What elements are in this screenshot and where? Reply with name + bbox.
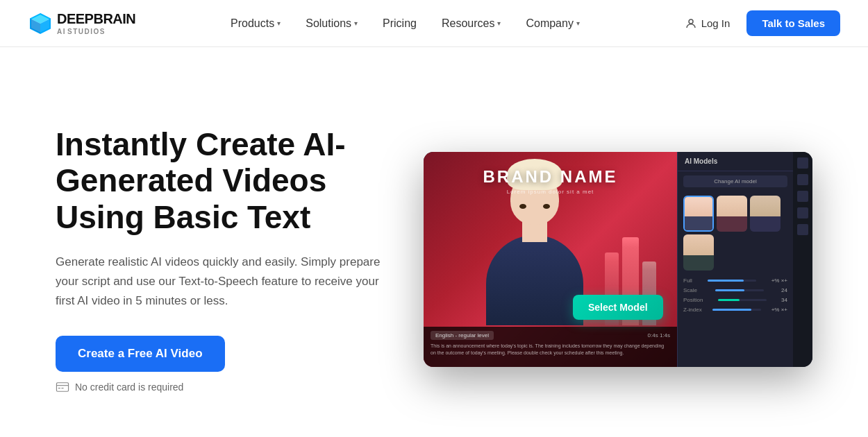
create-free-video-button[interactable]: Create a Free AI Video (56, 336, 225, 372)
logo-ai: AI (57, 28, 66, 35)
sidebar-icon-3 (797, 191, 808, 202)
products-chevron-icon: ▾ (277, 19, 281, 27)
sidebar-icon-1 (797, 157, 808, 169)
panel-avatar-1[interactable] (683, 196, 714, 232)
select-model-button[interactable]: Select Model (573, 295, 663, 320)
mockup-time: 0:4s 1:4s (648, 332, 670, 339)
brand-name: BRAND NAME (481, 167, 620, 187)
resources-chevron-icon: ▾ (497, 19, 501, 27)
nav-item-company[interactable]: Company ▾ (513, 12, 592, 35)
ctrl-val-1: +% ×+ (771, 277, 787, 284)
nav-item-products[interactable]: Products ▾ (218, 12, 293, 35)
nav-pricing-label: Pricing (383, 17, 417, 30)
hero-heading: Instantly Create AI-Generated Videos Usi… (56, 126, 424, 237)
mockup-sidebar-icons (793, 152, 812, 367)
solutions-chevron-icon: ▾ (354, 19, 358, 27)
logo-deepbrain: DEEPBRAIN (57, 11, 135, 27)
svg-point-4 (689, 19, 693, 24)
logo-name: DEEPBRAIN AI STUDIOS (57, 11, 135, 35)
card-icon (56, 382, 69, 392)
ctrl-label-2: Scale (683, 287, 697, 293)
login-button[interactable]: Log In (675, 12, 740, 35)
logo[interactable]: DEEPBRAIN AI STUDIOS (28, 11, 135, 36)
nav-item-pricing[interactable]: Pricing (370, 12, 429, 35)
sidebar-icon-5 (797, 224, 808, 235)
sidebar-icon-4 (797, 207, 808, 218)
no-cc-label: No credit card is required (75, 382, 183, 393)
cta-label: Create a Free AI Video (78, 347, 203, 360)
ctrl-label-3: Position (683, 297, 703, 303)
nav-solutions-label: Solutions (306, 17, 351, 30)
mockup-right-panel: AI Models Change AI model (677, 152, 793, 367)
mockup-bottom-bar: English - regular level 0:4s 1:4s This i… (424, 327, 677, 367)
ctrl-label-4: Z-index (683, 307, 702, 313)
select-model-label: Select Model (588, 302, 648, 313)
lang-button: English - regular level (431, 331, 494, 340)
nav-products-label: Products (231, 17, 274, 30)
nav-item-solutions[interactable]: Solutions ▾ (293, 12, 370, 35)
ctrl-val-3: 34 (781, 297, 787, 303)
logo-icon (28, 11, 53, 36)
no-credit-card: No credit card is required (56, 382, 424, 393)
svg-rect-5 (56, 383, 68, 391)
nav-item-resources[interactable]: Resources ▾ (429, 12, 513, 35)
brand-sub: Lorem ipsum dolor sit a met (481, 189, 620, 195)
navbar: DEEPBRAIN AI STUDIOS Products ▾ Solution… (0, 0, 868, 47)
sidebar-icon-2 (797, 174, 808, 185)
hero-section: Instantly Create AI-Generated Videos Usi… (0, 47, 868, 437)
panel-change-btn[interactable]: Change AI model (683, 175, 787, 187)
user-icon (685, 17, 697, 30)
talk-label: Talk to Sales (762, 17, 825, 29)
hero-mockup: BRAND NAME Lorem ipsum dolor sit a met (424, 152, 812, 367)
talk-to-sales-button[interactable]: Talk to Sales (746, 10, 840, 36)
ctrl-val-4: +% ×+ (771, 307, 787, 313)
mockup-video-area: BRAND NAME Lorem ipsum dolor sit a met (424, 152, 677, 367)
ctrl-val-2: 24 (781, 287, 787, 293)
panel-header: AI Models (678, 152, 793, 171)
panel-avatar-3[interactable] (750, 196, 781, 232)
panel-controls: Full +% ×+ Scale 24 Position (678, 275, 793, 319)
panel-avatar-4[interactable] (683, 234, 714, 271)
hero-description: Generate realistic AI videos quickly and… (56, 252, 396, 311)
nav-company-label: Company (526, 17, 573, 30)
ctrl-label-1: Full (683, 277, 692, 284)
nav-actions: Log In Talk to Sales (675, 10, 840, 36)
mockup-brand-text: BRAND NAME Lorem ipsum dolor sit a met (481, 167, 620, 195)
change-model-label: Change AI model (714, 178, 756, 185)
login-label: Log In (701, 17, 731, 29)
logo-studios: STUDIOS (67, 28, 106, 35)
mockup-text-preview: This is an announcement where today's to… (431, 343, 670, 357)
nav-links: Products ▾ Solutions ▾ Pricing Resources… (218, 12, 592, 35)
hero-left: Instantly Create AI-Generated Videos Usi… (56, 126, 424, 393)
company-chevron-icon: ▾ (576, 19, 580, 27)
nav-resources-label: Resources (442, 17, 494, 30)
panel-avatar-2[interactable] (717, 196, 747, 232)
panel-avatars-grid (678, 191, 793, 275)
